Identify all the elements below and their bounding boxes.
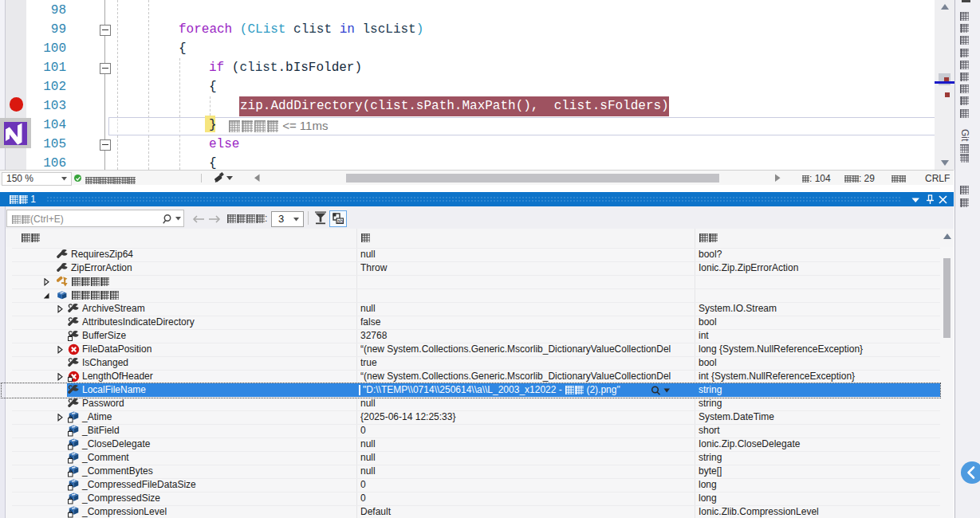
svg-text:ab: ab: [337, 218, 343, 224]
